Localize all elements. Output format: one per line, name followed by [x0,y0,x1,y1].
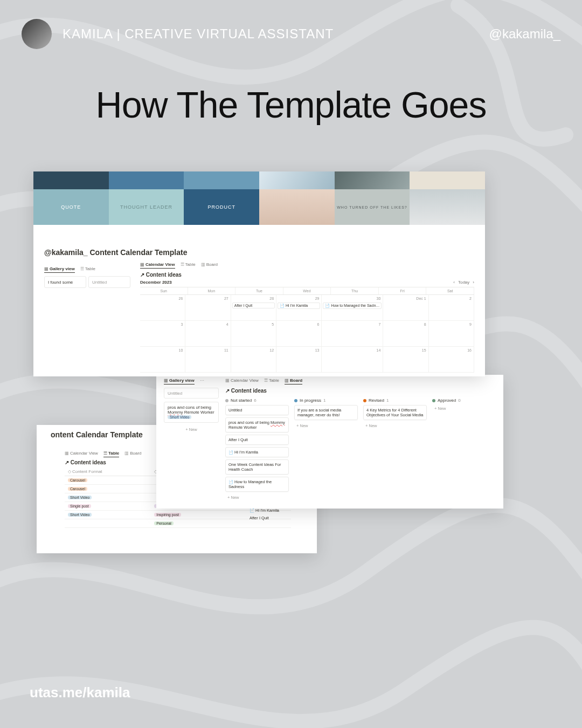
calendar-event[interactable]: 📄 How to Managed the Sadn… [323,303,382,309]
calendar-dow: Sat [426,287,474,294]
tab-board[interactable]: ▥Board [201,262,218,269]
page-header: KAMILA | CREATIVE VIRTUAL ASSISTANT @kak… [22,19,560,49]
calendar-dow: Fri [379,287,427,294]
board-card[interactable]: Hi I'm Kamila [225,447,289,457]
notion-page-title: @kakamila_ Content Calendar Template [44,248,474,257]
tab-board[interactable]: ▥Board [285,378,302,384]
board-column: In progress 1If you are a social media m… [294,398,358,501]
tab-more-icon[interactable]: ⋯ [200,378,204,384]
calendar-cell[interactable]: 3 [140,321,185,347]
calendar-dow: Thu [331,287,379,294]
calendar-event[interactable]: 📄 Hi I'm Kamila [278,303,320,309]
table-column-header[interactable]: ◇Content Format [65,468,151,476]
new-button[interactable]: New [164,426,219,433]
avatar [22,19,52,49]
board-column-name: Revised [369,398,384,403]
calendar-dow: Sun [140,287,188,294]
board-column-count: 0 [458,398,460,403]
calendar-cell[interactable]: 28After I Quit [231,295,276,321]
calendar-cell[interactable]: 13 [276,347,322,373]
page-title: How The Template Goes [0,84,582,126]
tab-table[interactable]: ☰Table [80,266,95,273]
gallery-sidebar: ▦Gallery view ☰Table I found some Untitl… [44,266,130,290]
calendar-cell[interactable]: 5 [231,321,276,347]
calendar-cell[interactable]: 7 [322,321,383,347]
board-column-count: 6 [254,398,256,403]
new-button[interactable]: New [432,405,496,412]
calendar-cell[interactable]: 2 [429,295,474,321]
calendar-cell[interactable]: 26 [140,295,185,321]
calendar-cell[interactable]: 30📄 How to Managed the Sadn… [322,295,383,321]
calendar-cell[interactable]: 14 [322,347,383,373]
calendar-cell[interactable]: Dec 1 [383,295,428,321]
tag-short-video: Short Video [168,415,191,419]
tab-calendar-view[interactable]: ▦Calendar View [225,378,259,384]
board-column-count: 1 [323,398,325,403]
gallery-card[interactable]: pros and cons of being Mommy Remote Work… [164,402,219,423]
board-column-name: In progress [300,398,321,403]
screenshot-board-view: ▦Gallery view⋯ Untitled pros and cons of… [156,375,503,509]
calendar-cell[interactable]: 8 [383,321,428,347]
gallery-card[interactable]: I found some [44,276,86,288]
calendar-cell[interactable]: 9 [429,321,474,347]
calendar-cell[interactable]: 29📄 Hi I'm Kamila [276,295,322,321]
calendar-cell[interactable]: 15 [383,347,428,373]
tab-table[interactable]: ☰Table [181,262,196,269]
author-handle: @kakamila_ [489,26,560,42]
table-row[interactable]: After I Quit [250,514,279,522]
calendar-dow: Wed [283,287,331,294]
tab-gallery[interactable]: ▦Gallery view [44,266,75,273]
calendar-cell[interactable]: 6 [276,321,322,347]
gallery-card[interactable]: Untitled [88,276,130,288]
new-button[interactable]: New [363,422,427,429]
calendar-cell[interactable]: 12 [231,347,276,373]
board-card[interactable]: Untitled [225,405,289,415]
board-card[interactable]: pros and cons of being Mommy Remote Work… [225,417,289,432]
calendar-cell[interactable]: 27 [185,295,231,321]
calendar-event[interactable]: After I Quit [232,303,275,308]
board-card[interactable]: One Week Content Ideas For Health Coach [225,459,289,475]
board-column: Not started 6Untitledpros and cons of be… [225,398,289,501]
tab-calendar-view[interactable]: ▦Calendar View [140,262,175,269]
tab-calendar-view[interactable]: ▦Calendar View [65,451,98,457]
calendar-prev-icon[interactable]: ‹ [453,280,455,285]
board-card[interactable]: If you are a social media manager, never… [294,405,358,420]
content-ideas-heading[interactable]: ↗ Content ideas [225,388,496,394]
board-column: Revised 14 Key Metrics for 4 Different O… [363,398,427,501]
today-button[interactable]: Today [458,280,469,285]
footer-link[interactable]: utas.me/kamila [30,684,130,701]
board-column: Approved 0New [432,398,496,501]
tab-board[interactable]: ▥Board [124,451,141,457]
gallery-card[interactable]: Untitled [164,388,219,399]
notion-cover: QUOTE THOUGHT LEADER PRODUCT WHO TURNED … [33,171,485,243]
calendar-next-icon[interactable]: › [473,280,474,285]
new-button[interactable]: New [225,494,289,501]
board-column-name: Not started [231,398,252,403]
calendar-dow: Tue [235,287,283,294]
calendar-cell[interactable]: 11 [185,347,231,373]
new-button[interactable]: New [294,422,358,429]
board-card[interactable]: After I Quit [225,435,289,445]
tab-table[interactable]: ☰Table [264,378,279,384]
calendar-cell[interactable]: 10 [140,347,185,373]
calendar-cell[interactable]: 4 [185,321,231,347]
screenshot-calendar-view: QUOTE THOUGHT LEADER PRODUCT WHO TURNED … [33,171,485,376]
calendar-cell[interactable]: 16 [429,347,474,373]
board-column-name: Approved [438,398,456,403]
board-card[interactable]: 4 Key Metrics for 4 Different Objectives… [363,405,427,420]
tab-gallery[interactable]: ▦Gallery view [164,378,195,384]
author-name: KAMILA | CREATIVE VIRTUAL ASSISTANT [63,26,334,42]
tab-table[interactable]: ☰Table [103,451,119,457]
board-card[interactable]: How to Managed the Sadness [225,477,289,492]
calendar-month-label: December 2023 [140,280,474,285]
calendar-dow: Mon [188,287,236,294]
board-column-count: 1 [386,398,389,403]
content-ideas-heading[interactable]: ↗ Content ideas [140,272,474,278]
